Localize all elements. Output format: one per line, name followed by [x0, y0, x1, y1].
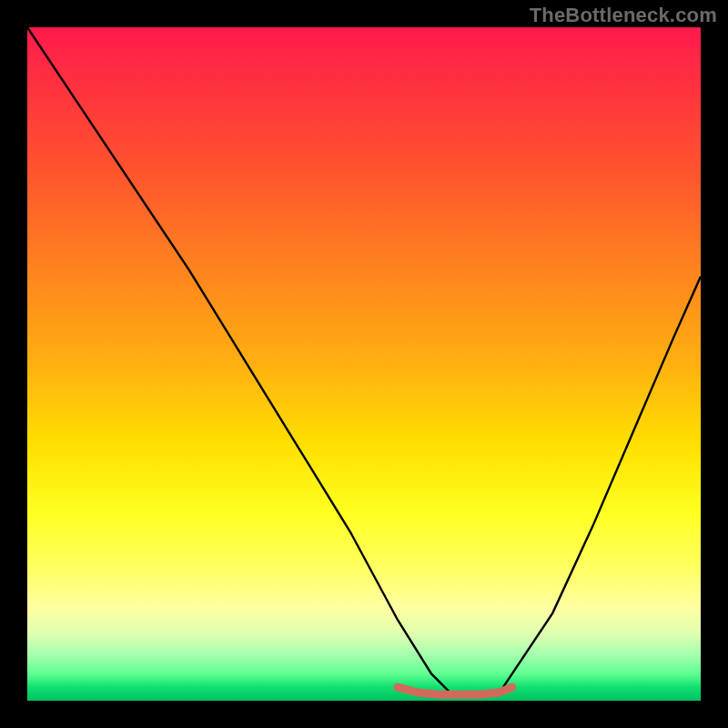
bottleneck-curve	[27, 27, 701, 694]
watermark-text: TheBottleneck.com	[530, 4, 717, 27]
bottleneck-optimal-range	[398, 687, 512, 694]
chart-frame: TheBottleneck.com	[0, 0, 728, 728]
chart-svg	[27, 27, 701, 701]
